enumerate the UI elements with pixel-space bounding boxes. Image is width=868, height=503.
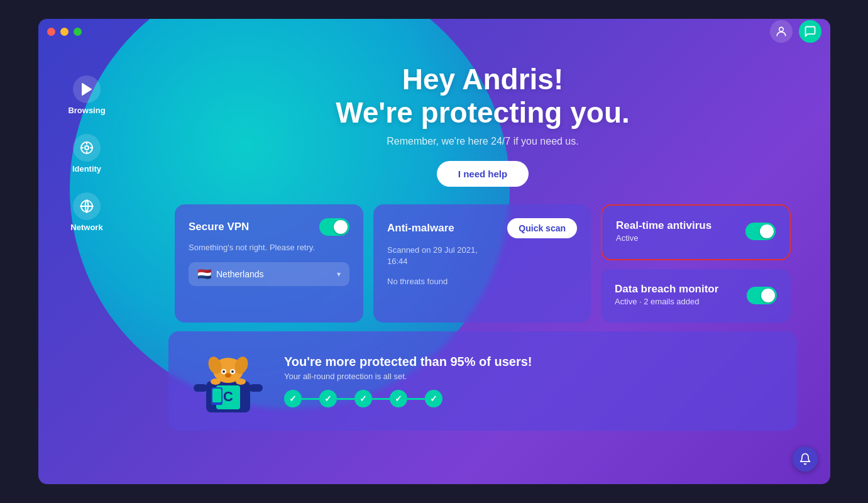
- hero-subtitle: Remember, we're here 24/7 if you need us…: [387, 136, 578, 147]
- chevron-down-icon: ▾: [337, 270, 341, 279]
- maximize-button[interactable]: [74, 28, 82, 36]
- content-area: Browsing Identity: [38, 44, 830, 484]
- browsing-icon: [73, 75, 101, 103]
- protection-card: C: [168, 331, 797, 431]
- protection-subtitle: Your all-round protection is all set.: [284, 372, 778, 381]
- check-line-3: [372, 398, 390, 400]
- chat-icon[interactable]: [799, 20, 821, 43]
- realtime-title: Real-time antivirus: [616, 219, 711, 231]
- svg-point-17: [231, 370, 234, 373]
- check-2: ✓: [319, 390, 337, 407]
- protection-title: You're more protected than 95% of users!: [284, 355, 778, 369]
- svg-point-19: [211, 379, 221, 385]
- check-line-4: [407, 398, 425, 400]
- check-line-1: [302, 398, 319, 400]
- hero-title: Hey Andris! We're protecting you.: [336, 63, 630, 130]
- svg-point-16: [222, 370, 225, 373]
- realtime-antivirus-card: Real-time antivirus Active: [601, 204, 791, 260]
- titlebar-right: [770, 20, 821, 43]
- data-breach-title: Data breach monitor: [615, 283, 718, 295]
- main-area: Hey Andris! We're protecting you. Rememb…: [136, 44, 830, 484]
- antimalware-title: Anti-malware: [387, 222, 454, 235]
- data-breach-card-header: Data breach monitor Active · 2 emails ad…: [615, 283, 777, 307]
- sidebar-item-network[interactable]: Network: [52, 186, 121, 238]
- svg-point-18: [225, 373, 231, 378]
- traffic-lights: [47, 28, 82, 36]
- check-line-2: [337, 398, 354, 400]
- vpn-status: Something's not right. Please retry.: [189, 242, 349, 253]
- country-flag-icon: 🇳🇱: [197, 267, 211, 281]
- svg-rect-6: [249, 384, 263, 392]
- realtime-card-header: Real-time antivirus Active: [616, 219, 776, 244]
- antimalware-threats: No threats found: [387, 276, 577, 287]
- check-4: ✓: [390, 390, 407, 407]
- country-name: Netherlands: [216, 269, 332, 279]
- antimalware-card-header: Anti-malware Quick scan: [387, 218, 577, 238]
- realtime-status: Active: [616, 233, 638, 243]
- svg-point-0: [779, 27, 783, 31]
- check-1: ✓: [284, 390, 302, 407]
- antimalware-card: Anti-malware Quick scan Scanned on 29 Ju…: [373, 204, 591, 323]
- cards-row: Secure VPN Something's not right. Please…: [168, 204, 797, 323]
- identity-icon: [73, 134, 101, 162]
- sidebar-item-identity[interactable]: Identity: [52, 128, 121, 180]
- sidebar-item-browsing[interactable]: Browsing: [52, 69, 121, 121]
- vpn-toggle[interactable]: [319, 218, 349, 236]
- vpn-title: Secure VPN: [189, 221, 249, 233]
- svg-rect-5: [194, 384, 207, 392]
- svg-rect-10: [212, 389, 221, 402]
- data-breach-status: Active · 2 emails added: [615, 297, 699, 306]
- network-label: Network: [70, 223, 102, 232]
- checkmarks-row: ✓ ✓ ✓ ✓ ✓: [284, 390, 778, 407]
- svg-point-20: [236, 379, 246, 385]
- protection-content: You're more protected than 95% of users!…: [284, 355, 778, 407]
- user-profile-icon[interactable]: [770, 20, 793, 43]
- svg-point-1: [85, 146, 89, 150]
- check-5: ✓: [425, 390, 442, 407]
- data-breach-card: Data breach monitor Active · 2 emails ad…: [601, 269, 791, 323]
- realtime-toggle[interactable]: [745, 223, 776, 240]
- svg-text:C: C: [223, 389, 233, 404]
- right-column: Real-time antivirus Active Data breach m…: [601, 204, 791, 323]
- antimalware-scan-date: Scanned on 29 Jul 2021, 16:44: [387, 245, 577, 267]
- sidebar: Browsing Identity: [38, 44, 136, 484]
- vpn-card-header: Secure VPN: [189, 218, 349, 236]
- mascot-svg: C: [187, 346, 269, 416]
- identity-label: Identity: [72, 164, 101, 174]
- titlebar: [38, 19, 830, 44]
- network-icon: [73, 192, 101, 220]
- quick-scan-button[interactable]: Quick scan: [507, 218, 577, 238]
- data-breach-toggle[interactable]: [747, 287, 777, 304]
- minimize-button[interactable]: [60, 28, 69, 36]
- close-button[interactable]: [47, 28, 55, 36]
- mascot-area: C: [187, 346, 269, 416]
- vpn-card: Secure VPN Something's not right. Please…: [175, 204, 363, 323]
- help-button[interactable]: I need help: [437, 161, 529, 187]
- browsing-label: Browsing: [68, 106, 105, 115]
- country-dropdown[interactable]: 🇳🇱 Netherlands ▾: [189, 262, 349, 286]
- app-window: Browsing Identity: [38, 19, 830, 484]
- check-3: ✓: [354, 390, 372, 407]
